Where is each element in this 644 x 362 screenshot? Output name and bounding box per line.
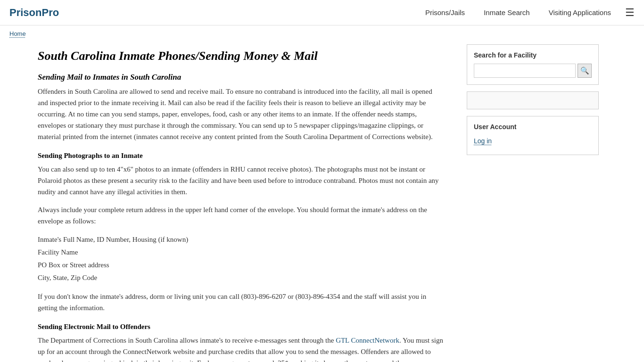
section-heading-electronic-mail: Sending Electronic Mail to Offenders [38,323,443,331]
main-content: South Carolina Inmate Phones/Sending Mon… [9,40,453,362]
electronic-mail-para-1: The Department of Corrections in South C… [38,335,443,362]
facility-search-row: 🔍 [474,64,592,78]
hamburger-menu-icon[interactable]: ☰ [625,7,635,19]
photographs-para-2: Always include your complete return addr… [38,204,443,227]
sidebar-empty-bar [467,91,599,109]
section-heading-sending-mail: Sending Mail to Inmates in South Carolin… [38,73,443,82]
facility-search-input[interactable] [474,64,576,78]
facility-search-label: Search for a Facility [474,51,592,59]
nav-item-visiting: Visiting Applications [549,8,611,17]
sidebar: Search for a Facility 🔍 User Account Log… [467,40,599,362]
address-line-1: Inmate's Full Name, ID Number, Housing (… [38,233,443,246]
navbar: PrisonPro Prisons/Jails Inmate Search Vi… [0,0,644,25]
facility-search-box: Search for a Facility 🔍 [467,44,599,85]
search-icon: 🔍 [580,66,589,75]
section-heading-photographs: Sending Photographs to an Inmate [38,152,443,160]
facility-search-button[interactable]: 🔍 [578,64,592,78]
nav-link-inmate-search[interactable]: Inmate Search [484,8,530,16]
address-line-4: City, State, Zip Code [38,272,443,284]
photographs-para-1: You can also send up to ten 4"x6" photos… [38,164,443,197]
nav-link-visiting[interactable]: Visiting Applications [549,8,611,16]
user-account-box: User Account Log in [467,116,599,155]
nav-item-prisons: Prisons/Jails [425,8,465,17]
login-link[interactable]: Log in [474,137,492,145]
nav-item-inmate-search: Inmate Search [484,8,530,17]
sending-mail-para-1: Offenders in South Carolina are allowed … [38,86,443,142]
nav-link-prisons[interactable]: Prisons/Jails [425,8,465,16]
gtl-link[interactable]: GTL ConnectNetwork [336,337,399,344]
breadcrumb: Home [0,25,644,40]
breadcrumb-home[interactable]: Home [9,30,26,37]
address-line-2: Facility Name [38,246,443,259]
page-title: South Carolina Inmate Phones/Sending Mon… [38,49,443,63]
address-line-3: PO Box or Street address [38,259,443,272]
nav-links: Prisons/Jails Inmate Search Visiting App… [425,8,611,17]
address-help-para: If you don't know the inmate's address, … [38,291,443,313]
address-block: Inmate's Full Name, ID Number, Housing (… [38,233,443,284]
brand-logo[interactable]: PrisonPro [9,7,59,19]
user-account-label: User Account [474,123,592,131]
page-wrapper: South Carolina Inmate Phones/Sending Mon… [0,40,644,362]
